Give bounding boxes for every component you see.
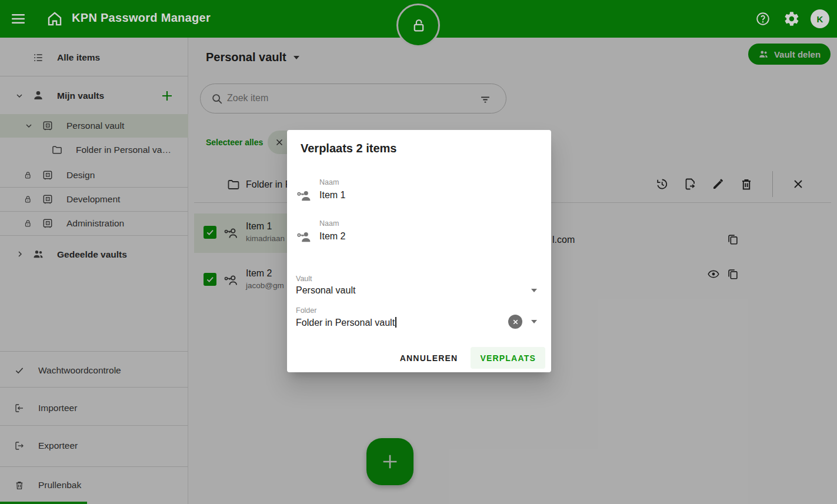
- gear-icon[interactable]: [783, 11, 800, 27]
- app-title: KPN Password Manager: [72, 11, 211, 25]
- help-icon[interactable]: [755, 11, 771, 26]
- avatar[interactable]: K: [811, 9, 829, 28]
- key-person-icon: [296, 188, 312, 203]
- field-value: Item 2: [319, 231, 345, 242]
- field-value: Item 1: [319, 190, 345, 201]
- move-items-dialog: Verplaats 2 items Naam Item 1 Naam Item …: [287, 130, 551, 372]
- close-icon: [512, 318, 519, 326]
- folder-input[interactable]: Folder in Personal vault: [296, 317, 396, 328]
- bottom-edge-strip: [0, 502, 87, 504]
- dialog-title: Verplaats 2 items: [301, 142, 396, 155]
- key-person-icon: [296, 229, 312, 245]
- home-icon[interactable]: [45, 9, 64, 28]
- chevron-down-icon[interactable]: [531, 320, 537, 323]
- menu-icon[interactable]: [11, 12, 26, 25]
- folder-input-label: Folder: [296, 306, 316, 315]
- clear-folder-button[interactable]: [508, 315, 522, 329]
- vault-select-label: Vault: [296, 275, 312, 283]
- cancel-button[interactable]: ANNULEREN: [391, 347, 468, 369]
- field-label: Naam: [319, 219, 339, 228]
- kpn-password-manager-app: Alle items Mijn vaults Persona: [0, 0, 837, 504]
- lock-status-badge[interactable]: [396, 4, 440, 47]
- lock-open-icon: [409, 16, 427, 34]
- field-label: Naam: [319, 178, 339, 186]
- chevron-down-icon[interactable]: [531, 289, 537, 292]
- vault-select-value[interactable]: Personal vault: [296, 285, 355, 296]
- confirm-move-button[interactable]: VERPLAATS: [471, 347, 545, 369]
- text-cursor: [395, 317, 396, 328]
